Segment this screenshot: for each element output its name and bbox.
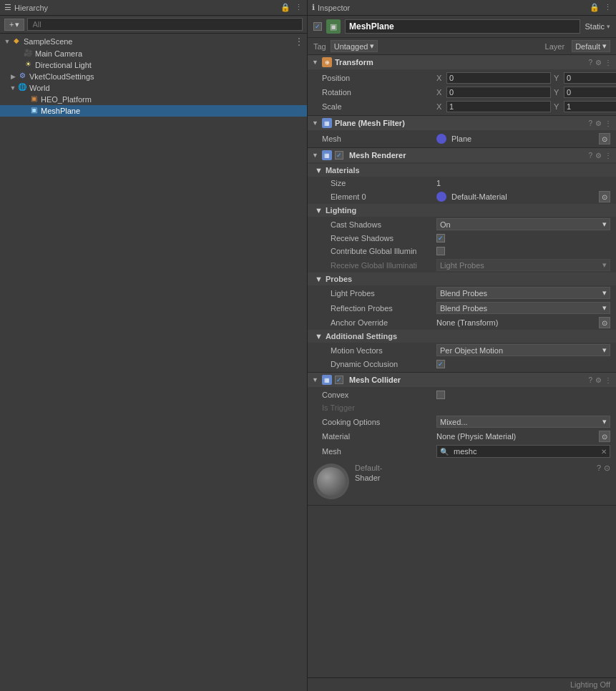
default-mat-label: Default- bbox=[355, 464, 383, 472]
light-probes-val: Blend Probes bbox=[440, 289, 487, 298]
transform-kebab-icon[interactable]: ⋮ bbox=[605, 59, 612, 67]
dynamic-occlusion-row: Dynamic Occlusion bbox=[308, 358, 616, 371]
inspector-lock-icon[interactable]: 🔒 bbox=[590, 3, 600, 12]
object-name-input[interactable] bbox=[345, 19, 580, 34]
hierarchy-search-input[interactable] bbox=[27, 18, 303, 31]
tree-item-main-camera[interactable]: 🎥 Main Camera bbox=[0, 48, 307, 59]
mesh-search-clear[interactable]: ✕ bbox=[601, 448, 607, 456]
tree-item-heo-platform[interactable]: ▣ HEO_Platform bbox=[0, 94, 307, 105]
mesh-collider-settings-icon[interactable]: ⚙ bbox=[595, 376, 602, 384]
scene-menu-icon[interactable]: ⋮ bbox=[294, 36, 304, 47]
reflection-probes-row: Reflection Probes Blend Probes ▾ bbox=[308, 300, 616, 315]
inspector-header: ℹ Inspector 🔒 ⋮ bbox=[308, 0, 616, 16]
light-probes-dropdown[interactable]: Blend Probes ▾ bbox=[436, 287, 610, 299]
dynamic-occlusion-checkbox[interactable] bbox=[436, 360, 445, 368]
mesh-search-input[interactable] bbox=[451, 446, 601, 456]
mesh-filter-header[interactable]: ▼ ▦ Plane (Mesh Filter) ? ⚙ ⋮ bbox=[308, 116, 616, 130]
contribute-gi-label: Contribute Global Illumin bbox=[322, 247, 436, 255]
lock-icon[interactable]: 🔒 bbox=[280, 3, 290, 12]
tree-item-meshplane[interactable]: ▣ MeshPlane bbox=[0, 105, 307, 117]
cooking-options-row: Cooking Options Mixed... ▾ bbox=[308, 414, 616, 429]
layer-dropdown[interactable]: Default ▾ bbox=[572, 40, 610, 52]
add-arrow: ▾ bbox=[15, 20, 19, 29]
scale-y-input[interactable] bbox=[564, 101, 616, 112]
element0-browse-btn[interactable]: ⊙ bbox=[599, 191, 610, 202]
tree-item-world[interactable]: ▼ 🌐 World bbox=[0, 82, 307, 94]
mesh-filter-kebab-icon[interactable]: ⋮ bbox=[605, 119, 612, 127]
object-enable-checkbox[interactable] bbox=[313, 22, 322, 31]
transform-header[interactable]: ▼ ⊕ Transform ? ⚙ ⋮ bbox=[308, 55, 616, 69]
shader-browse-icon[interactable]: ⊙ bbox=[604, 464, 610, 473]
mesh-renderer-header[interactable]: ▼ ▦ Mesh Renderer ? ⚙ ⋮ bbox=[308, 148, 616, 162]
scale-x-input[interactable] bbox=[446, 101, 551, 112]
mesh-filter-settings-icon[interactable]: ⚙ bbox=[595, 119, 602, 127]
reflection-probes-dropdown[interactable]: Blend Probes ▾ bbox=[436, 302, 610, 314]
light-probes-value: Blend Probes ▾ bbox=[436, 287, 610, 299]
contribute-gi-checkbox[interactable] bbox=[436, 247, 445, 255]
cooking-options-dropdown[interactable]: Mixed... ▾ bbox=[436, 416, 610, 428]
size-row: Size 1 bbox=[308, 177, 616, 190]
mesh-renderer-kebab-icon[interactable]: ⋮ bbox=[605, 152, 612, 160]
mesh-collider-help-icon[interactable]: ? bbox=[588, 376, 592, 384]
hierarchy-toolbar: + ▾ bbox=[0, 16, 307, 34]
inspector-title: Inspector bbox=[318, 4, 350, 12]
transform-help-icon[interactable]: ? bbox=[588, 59, 592, 67]
mesh-renderer-title: Mesh Renderer bbox=[349, 151, 585, 160]
contribute-gi-value bbox=[436, 247, 610, 255]
inspector-kebab-icon[interactable]: ⋮ bbox=[604, 3, 612, 12]
mesh-collider-enable-checkbox[interactable] bbox=[335, 376, 343, 384]
rot-x-input[interactable] bbox=[446, 87, 551, 98]
tree-item-samplescene[interactable]: ▼ ◆ SampleScene ⋮ bbox=[0, 35, 307, 48]
mesh-collider-header[interactable]: ▼ ▦ Mesh Collider ? ⚙ ⋮ bbox=[308, 373, 616, 387]
pos-y-input[interactable] bbox=[564, 72, 616, 84]
cooking-options-value: Mixed... ▾ bbox=[436, 416, 610, 428]
lighting-section-header[interactable]: ▼ Lighting bbox=[308, 204, 616, 217]
pos-y-label: Y bbox=[554, 74, 561, 82]
heo-icon: ▣ bbox=[29, 94, 39, 104]
anchor-override-row: Anchor Override None (Transform) ⊙ bbox=[308, 315, 616, 330]
probes-section-header[interactable]: ▼ Probes bbox=[308, 273, 616, 285]
element0-row: Element 0 Default-Material ⊙ bbox=[308, 190, 616, 204]
rot-y-input[interactable] bbox=[564, 87, 616, 98]
mesh-renderer-help-icon[interactable]: ? bbox=[588, 152, 592, 160]
element0-circle-icon bbox=[436, 192, 446, 202]
cast-shadows-row: Cast Shadows On ▾ bbox=[308, 217, 616, 232]
materials-section-header[interactable]: ▼ Materials bbox=[308, 164, 616, 177]
lighting-arrow: ▼ bbox=[315, 206, 323, 215]
transform-collapse-arrow: ▼ bbox=[312, 59, 319, 66]
pos-x-input[interactable] bbox=[446, 72, 551, 84]
additional-section-header[interactable]: ▼ Additional Settings bbox=[308, 330, 616, 343]
shader-row: Shader bbox=[355, 474, 591, 482]
shader-help-icon[interactable]: ? bbox=[597, 464, 601, 473]
mesh-filter-help-icon[interactable]: ? bbox=[588, 119, 592, 127]
convex-checkbox[interactable] bbox=[436, 391, 445, 399]
mesh-renderer-settings-icon[interactable]: ⚙ bbox=[595, 152, 602, 160]
motion-vectors-dropdown[interactable]: Per Object Motion ▾ bbox=[436, 344, 610, 356]
is-trigger-row: Is Trigger bbox=[308, 401, 616, 414]
hierarchy-header: ☰ Hierarchy 🔒 ⋮ bbox=[0, 0, 307, 16]
kebab-icon[interactable]: ⋮ bbox=[295, 3, 303, 12]
add-button[interactable]: + ▾ bbox=[4, 19, 24, 31]
collider-mesh-row: Mesh 🔍 ✕ bbox=[308, 443, 616, 459]
receive-gi-chevron: ▾ bbox=[602, 260, 607, 270]
mesh-renderer-enable-checkbox[interactable] bbox=[335, 151, 343, 160]
tree-item-directional-light[interactable]: ☀ Directional Light bbox=[0, 59, 307, 71]
anchor-override-browse-btn[interactable]: ⊙ bbox=[599, 317, 610, 328]
receive-shadows-checkbox[interactable] bbox=[436, 234, 445, 242]
collider-material-browse-btn[interactable]: ⊙ bbox=[599, 431, 610, 442]
transform-settings-icon[interactable]: ⚙ bbox=[595, 59, 602, 67]
mesh-browse-btn[interactable]: ⊙ bbox=[599, 133, 610, 144]
scale-x-label: X bbox=[436, 102, 444, 111]
light-icon: ☀ bbox=[23, 60, 33, 70]
receive-shadows-row: Receive Shadows bbox=[308, 232, 616, 245]
cast-shadows-label: Cast Shadows bbox=[322, 220, 436, 229]
cast-shadows-dropdown[interactable]: On ▾ bbox=[436, 218, 610, 230]
tag-dropdown[interactable]: Untagged ▾ bbox=[331, 40, 378, 52]
hierarchy-panel: ☰ Hierarchy 🔒 ⋮ + ▾ ▼ ◆ SampleScene ⋮ 🎥 … bbox=[0, 0, 308, 691]
mesh-value: Plane bbox=[451, 134, 471, 143]
tree-item-vket[interactable]: ▶ ⚙ VketCloudSettings bbox=[0, 71, 307, 82]
shader-btns: ? ⊙ bbox=[597, 464, 610, 473]
mesh-collider-kebab-icon[interactable]: ⋮ bbox=[605, 376, 612, 384]
light-probes-row: Light Probes Blend Probes ▾ bbox=[308, 285, 616, 300]
position-label: Position bbox=[322, 74, 436, 82]
